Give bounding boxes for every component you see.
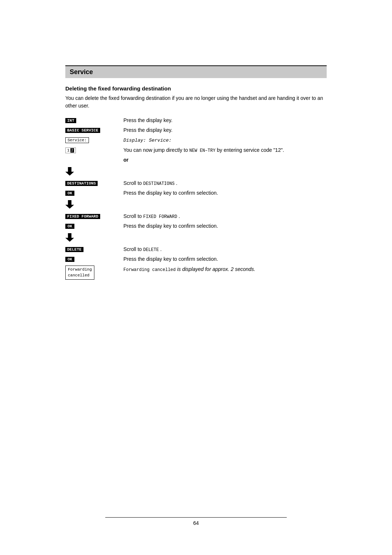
table-row xyxy=(65,165,327,178)
key-cell: 1 2 xyxy=(65,145,123,155)
key-12: 1 2 xyxy=(65,147,76,153)
key-service: Service: xyxy=(65,137,89,143)
table-row xyxy=(65,231,327,244)
table-row: INT Press the display key. xyxy=(65,116,327,125)
key-2: 2 xyxy=(70,148,74,153)
key-cell xyxy=(65,198,123,211)
key-int: INT xyxy=(65,118,76,123)
key-delete: DELETE xyxy=(65,247,83,252)
key-cell: DELETE xyxy=(65,244,123,254)
key-destinations: DESTINATIONS xyxy=(65,181,98,186)
scroll-arrow-icon xyxy=(65,200,74,209)
table-row: DESTINATIONS Scroll to DESTINATIONS . xyxy=(65,178,327,188)
desc-cell xyxy=(123,231,327,244)
key-cell: OK xyxy=(65,188,123,198)
key-cell: OK xyxy=(65,221,123,231)
key-cell xyxy=(65,231,123,244)
scroll-arrow-icon xyxy=(65,233,74,242)
key-cell: BASIC SERVICE xyxy=(65,125,123,135)
key-ok-2: OK xyxy=(65,224,74,229)
key-cell: OK xyxy=(65,254,123,264)
forwarding-cancelled-label: Forwarding cancelled is displayed for ap… xyxy=(123,266,256,272)
desc-cell xyxy=(123,198,327,211)
desc-cell: Press the display key to confirm selecti… xyxy=(123,188,327,198)
desc-cell: Display: Service: xyxy=(123,135,327,145)
page-number: 64 xyxy=(193,520,199,526)
section-header: Service xyxy=(65,65,327,78)
key-cell: Service: xyxy=(65,135,123,145)
table-row xyxy=(65,198,327,211)
forwarding-cancelled-code: Forwarding cancelled xyxy=(123,267,176,272)
table-row: OK Press the display key to confirm sele… xyxy=(65,254,327,264)
desc-cell: You can now jump directly to NEW EN–TRY … xyxy=(123,145,327,155)
desc-cell: Scroll to DELETE . xyxy=(123,244,327,254)
forwarding-cancelled-italic: is displayed for approx. 2 seconds. xyxy=(176,266,255,272)
or-text: or xyxy=(123,157,128,163)
scroll-arrow-icon xyxy=(65,167,74,176)
key-cell: DESTINATIONS xyxy=(65,178,123,188)
table-row: Forwardingcancelled Forwarding cancelled… xyxy=(65,264,327,281)
forwarding-cancelled-display: Forwardingcancelled xyxy=(65,266,94,280)
table-row: OK Press the display key to confirm sele… xyxy=(65,188,327,198)
key-cell xyxy=(65,155,123,165)
key-fixed-forward: FIXED FORWARD xyxy=(65,214,100,219)
subsection-heading: Deleting the fixed forwarding destinatio… xyxy=(65,85,327,92)
key-cell: INT xyxy=(65,116,123,125)
key-1: 1 xyxy=(67,148,70,153)
table-row: or xyxy=(65,155,327,165)
desc-cell: Scroll to DESTINATIONS . xyxy=(123,178,327,188)
table-row: DELETE Scroll to DELETE . xyxy=(65,244,327,254)
desc-cell: Press the display key to confirm selecti… xyxy=(123,221,327,231)
instruction-table: INT Press the display key. BASIC SERVICE… xyxy=(65,116,327,281)
key-cell: FIXED FORWARD xyxy=(65,211,123,221)
section-title: Service xyxy=(70,68,93,76)
desc-cell: Press the display key. xyxy=(123,125,327,135)
table-row: OK Press the display key to confirm sele… xyxy=(65,221,327,231)
page-container: Service Deleting the fixed forwarding de… xyxy=(0,0,392,555)
footer-line xyxy=(105,517,287,518)
page-footer: 64 xyxy=(0,517,392,526)
desc-cell: Scroll to FIXED FORWARD . xyxy=(123,211,327,221)
desc-cell: Press the display key. xyxy=(123,116,327,125)
table-row: Service: Display: Service: xyxy=(65,135,327,145)
table-row: 1 2 You can now jump directly to NEW EN–… xyxy=(65,145,327,155)
desc-cell: Press the display key to confirm selecti… xyxy=(123,254,327,264)
key-ok-1: OK xyxy=(65,191,74,196)
table-row: BASIC SERVICE Press the display key. xyxy=(65,125,327,135)
key-cell: Forwardingcancelled xyxy=(65,264,123,281)
display-text: Display: Service: xyxy=(123,138,172,143)
desc-cell xyxy=(123,165,327,178)
key-ok-3: OK xyxy=(65,257,74,262)
desc-cell: Forwarding cancelled is displayed for ap… xyxy=(123,264,327,281)
desc-cell: or xyxy=(123,155,327,165)
key-basic-service: BASIC SERVICE xyxy=(65,128,100,133)
key-cell xyxy=(65,165,123,178)
table-row: FIXED FORWARD Scroll to FIXED FORWARD . xyxy=(65,211,327,221)
intro-text: You can delete the fixed forwarding dest… xyxy=(65,94,327,110)
